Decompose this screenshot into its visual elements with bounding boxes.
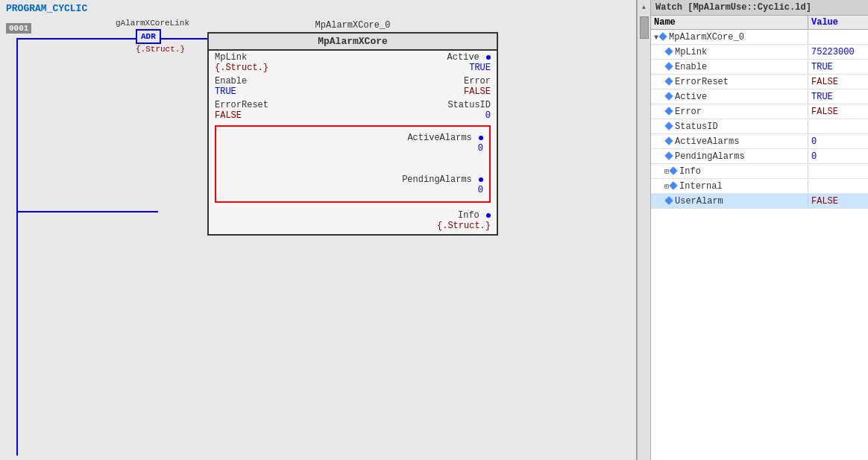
diamond-icon-6 xyxy=(664,122,673,130)
fb-port-right: Active TRUE xyxy=(447,52,491,73)
watch-row-9[interactable]: ⊞Info xyxy=(651,164,868,179)
watch-row-0[interactable]: ▼MpAlarmXCore_0 xyxy=(651,30,868,45)
watch-row-8[interactable]: PendingAlarms0 xyxy=(651,149,868,164)
watch-row-value-11: FALSE xyxy=(808,195,868,207)
watch-row-value-0 xyxy=(808,37,868,38)
expand-icon-10[interactable]: ⊞ xyxy=(664,183,669,191)
expand-icon-0[interactable]: ▼ xyxy=(654,34,658,42)
fb-instance-name: MpAlarmXCore_0 xyxy=(207,20,498,31)
watch-row-name-10: ⊞Internal xyxy=(651,180,808,192)
watch-row-2[interactable]: EnableTRUE xyxy=(651,60,868,75)
watch-row-name-6: StatusID xyxy=(651,121,808,133)
h-line-mid xyxy=(16,211,158,212)
red-section: ActiveAlarms 0 PendingAlarms 0 xyxy=(215,125,491,203)
pending-alarms-row: PendingAlarms 0 xyxy=(222,171,483,198)
conn-dot-active xyxy=(486,55,491,60)
row-text-6: StatusID xyxy=(675,122,718,132)
fb-port-info-right: Info {.Struct.} xyxy=(437,210,491,231)
row-text-0: MpAlarmXCore_0 xyxy=(669,32,744,42)
watch-row-4[interactable]: ActiveTRUE xyxy=(651,89,868,104)
watch-row-value-6 xyxy=(808,126,868,127)
watch-row-value-10 xyxy=(808,186,868,187)
row-text-5: Error xyxy=(675,107,702,117)
watch-row-name-5: Error xyxy=(651,106,808,118)
watch-row-name-11: UserAlarm xyxy=(651,195,808,207)
watch-row-name-0: ▼MpAlarmXCore_0 xyxy=(651,31,808,43)
row-text-1: MpLink xyxy=(675,47,707,57)
scroll-bar[interactable]: ▲ xyxy=(638,0,651,460)
watch-row-name-4: Active xyxy=(651,91,808,103)
fb-port-row-enable: Enable TRUE Error FALSE xyxy=(209,75,497,98)
watch-row-value-9 xyxy=(808,171,868,172)
watch-row-value-7: 0 xyxy=(808,136,868,148)
link-label: gAlarmXCoreLink xyxy=(116,19,189,29)
rung-number: 0001 xyxy=(6,23,31,34)
link-name: gAlarmXCoreLink xyxy=(116,19,189,28)
row-text-2: Enable xyxy=(675,62,707,72)
fb-port-statusid-right: StatusID 0 xyxy=(447,100,491,121)
row-text-10: Internal xyxy=(679,181,723,192)
watch-row-7[interactable]: ActiveAlarms0 xyxy=(651,134,868,149)
diamond-icon-9 xyxy=(669,166,677,174)
diamond-icon-3 xyxy=(664,77,673,85)
watch-row-name-9: ⊞Info xyxy=(651,166,808,177)
diamond-icon-0 xyxy=(658,32,667,40)
scroll-thumb[interactable] xyxy=(640,16,649,39)
watch-row-value-4: TRUE xyxy=(808,91,868,103)
watch-row-10[interactable]: ⊞Internal xyxy=(651,179,868,194)
watch-row-name-3: ErrorReset xyxy=(651,76,808,88)
diamond-icon-1 xyxy=(664,47,673,55)
row-text-11: UserAlarm xyxy=(675,196,723,207)
watch-table: ▼MpAlarmXCore_0MpLink75223000EnableTRUEE… xyxy=(651,30,868,460)
watch-row-value-2: TRUE xyxy=(808,61,868,73)
diamond-icon-2 xyxy=(664,62,673,70)
watch-panel: ▲ Watch [MpAlarmUse::Cyclic.ld] Name Val… xyxy=(637,0,868,460)
watch-row-3[interactable]: ErrorResetFALSE xyxy=(651,75,868,89)
col-name-header: Name xyxy=(651,16,808,29)
watch-row-value-8: 0 xyxy=(808,151,868,163)
fb-block: MpAlarmXCore MpLink {.Struct.} Active TR… xyxy=(207,32,498,236)
watch-row-value-1: 75223000 xyxy=(808,46,868,58)
conn-dot-pendingalarms xyxy=(479,177,483,182)
row-text-8: PendingAlarms xyxy=(675,151,745,162)
watch-row-name-1: MpLink xyxy=(651,46,808,58)
ladder-diagram: PROGRAM_CYCLIC 0001 gAlarmXCoreLink ADR … xyxy=(0,0,637,460)
fb-port-enable-left: Enable TRUE xyxy=(215,76,247,97)
diamond-icon-7 xyxy=(664,136,673,145)
diamond-icon-11 xyxy=(664,196,673,204)
active-alarms-row: ActiveAlarms 0 xyxy=(222,130,483,157)
watch-row-name-2: Enable xyxy=(651,61,808,73)
conn-dot-activealarms xyxy=(479,136,483,140)
program-title: PROGRAM_CYCLIC xyxy=(0,0,636,17)
function-block: MpAlarmXCore_0 MpAlarmXCore MpLink {.Str… xyxy=(207,20,498,236)
conn-dot-info xyxy=(486,213,491,218)
ladder-area: 0001 gAlarmXCoreLink ADR {.Struct.} MpAl… xyxy=(0,17,636,459)
col-value-header: Value xyxy=(808,16,868,29)
watch-row-1[interactable]: MpLink75223000 xyxy=(651,45,868,60)
diamond-icon-4 xyxy=(664,92,673,100)
watch-row-11[interactable]: UserAlarmFALSE xyxy=(651,194,868,209)
left-rail xyxy=(16,38,18,456)
fb-port-row-info: Info {.Struct.} xyxy=(209,206,497,234)
diamond-icon-5 xyxy=(664,107,673,115)
watch-row-5[interactable]: ErrorFALSE xyxy=(651,104,868,119)
row-text-4: Active xyxy=(675,92,707,102)
fb-port-errorreset-left: ErrorReset FALSE xyxy=(215,100,268,121)
watch-row-value-5: FALSE xyxy=(808,106,868,118)
fb-port-row-mplink: MpLink {.Struct.} Active TRUE xyxy=(209,51,497,75)
fb-port-left: MpLink {.Struct.} xyxy=(215,52,268,73)
fb-port-error-right: Error FALSE xyxy=(464,76,491,97)
struct-label: {.Struct.} xyxy=(136,45,185,54)
watch-row-6[interactable]: StatusID xyxy=(651,119,868,134)
watch-row-name-8: PendingAlarms xyxy=(651,151,808,163)
row-text-7: ActiveAlarms xyxy=(675,136,739,147)
watch-row-name-7: ActiveAlarms xyxy=(651,136,808,148)
diamond-icon-8 xyxy=(664,151,673,160)
fb-port-row-errorreset: ErrorReset FALSE StatusID 0 xyxy=(209,98,497,122)
expand-icon-9[interactable]: ⊞ xyxy=(664,168,669,176)
watch-title: Watch [MpAlarmUse::Cyclic.ld] xyxy=(651,0,868,16)
watch-header: Name Value xyxy=(651,16,868,30)
scroll-up-arrow[interactable]: ▲ xyxy=(639,1,650,12)
watch-row-value-3: FALSE xyxy=(808,76,868,88)
row-text-3: ErrorReset xyxy=(675,77,729,87)
